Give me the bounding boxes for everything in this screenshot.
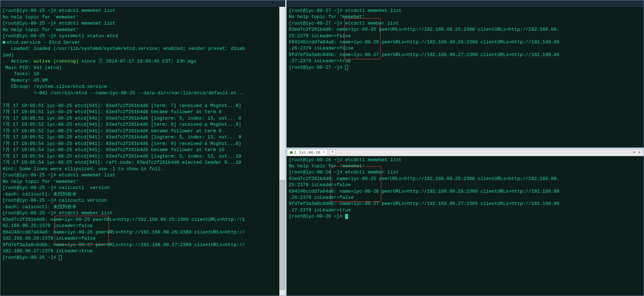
terminal-line: 92.168.80.25:2379 isLeader=false <box>3 223 283 229</box>
terminal-line: [root@lyc-80-25 ~]# etcdctl memebet list <box>3 20 283 27</box>
chevron-left-icon[interactable]: ◄ <box>631 150 636 155</box>
terminal-line: 7月 17 19:05:54 lyc-80-25 etcd[941]: 83ed… <box>3 153 283 160</box>
cursor-icon <box>345 214 348 219</box>
terminal-line: [root@lyc-80-27 ~]# etcdctl memebet list <box>289 8 641 14</box>
terminal-line: Loaded: loaded (/usr/lib/systemd/system/… <box>3 46 283 52</box>
terminal-line: No help topic for 'memebet' <box>3 27 283 33</box>
terminal-line: [root@lyc-80-26 ~]# <box>289 213 641 219</box>
terminal-line: 7月 17 19:05:54 lyc-80-25 etcd[941]: 83ed… <box>3 147 283 153</box>
tab-lyc-80-26[interactable]: 1 lyc-80-26 × <box>287 149 328 155</box>
terminal-line: No help topic for 'memebet' <box>289 163 641 169</box>
terminal-line: 9fd7ef3a3a6c0d6b: name=lyc-80-27 peerURL… <box>289 52 641 58</box>
scrollbar-left[interactable] <box>279 7 285 296</box>
terminal-line: [root@lyc-80-27 ~]# <box>289 64 641 70</box>
terminal-line: 9fd7ef3a3a6c0d6b: name=lyc-80-27 peerURL… <box>3 242 283 248</box>
terminal-line: 694246ccdd7a04a8: name=lyc-80-26 peerURL… <box>289 188 641 194</box>
terminal-pane-lyc-80-27: [root@lyc-80-27 ~]# etcdctl memebet list… <box>286 0 644 148</box>
terminal-line: └─941 /usr/bin/etcd --name=lyc-80-25 --d… <box>3 90 283 96</box>
terminal-output-bottom-right[interactable]: [root@lyc-80-26 ~]# etcdctl memebet list… <box>287 156 644 220</box>
terminal-line <box>3 96 283 103</box>
terminal-line: 25:2379 isLeader=false <box>289 33 641 39</box>
tab-label: 1 lyc-80-26 <box>294 150 321 155</box>
titlebar-top-right <box>287 0 644 7</box>
terminal-line: No help topic for 'memebet' <box>3 179 283 185</box>
terminal-line: .27:2379 isLeader=true <box>289 207 641 213</box>
terminal-output-left[interactable]: [root@lyc-80-25 ~]# etcdctl memebet list… <box>0 7 285 261</box>
terminal-line: 7月 17 19:05:52 lyc-80-25 etcd[941]: 83ed… <box>3 134 283 141</box>
terminal-line: Hint: Some lines were ellipsized, use -l… <box>3 166 283 172</box>
terminal-line: 25:2379 isLeader=false <box>289 182 641 188</box>
terminal-line: 7月 17 19:05:54 lyc-80-25 etcd[941]: raft… <box>3 159 283 166</box>
terminal-line: Main PID: 941 (etcd) <box>3 65 283 71</box>
terminal-line: -bash: calicoctl: 未找到命令 <box>3 191 283 198</box>
status-dot-icon <box>290 151 293 154</box>
terminal-line: [root@lyc-80-26 ~]# etcdctl memebet list <box>289 157 641 163</box>
terminal-line: -bash: calicoctl: 未找到命令 <box>3 204 283 210</box>
terminal-line: 7月 17 19:05:52 lyc-80-25 etcd[941]: 83ed… <box>3 128 283 134</box>
terminal-line: [root@lyc-80-25 ~]# etcdctl memebet list <box>3 172 283 179</box>
terminal-line: 192.168.80.27:2379 isLeader=true <box>3 248 283 254</box>
terminal-line: 7月 17 19:05:52 lyc-80-25 etcd[941]: 83ed… <box>3 121 283 128</box>
terminal-line: Memory: 45.9M <box>3 77 283 84</box>
terminal-line: 7月 17 19:05:51 lyc-80-25 etcd[941]: 83ed… <box>3 109 283 115</box>
service-dot-icon <box>3 41 5 44</box>
terminal-line: 192.168.80.26:2379 isLeader=false <box>3 235 283 242</box>
cursor-icon <box>345 65 348 70</box>
tabbar-nav: ◄ ► <box>631 150 644 155</box>
terminal-line: [root@lyc-80-26 ~]# etcdctl member list <box>289 169 641 175</box>
terminal-line: 83ed7c2f261b4d6: name=lyc-80-25 peerURLs… <box>289 176 641 182</box>
close-icon[interactable]: × <box>323 150 325 155</box>
titlebar-left <box>0 0 285 7</box>
terminal-line: No help topic for 'memebet' <box>3 14 283 21</box>
terminal-line: [root@lyc-80-27 ~]# etcdctl member list <box>289 20 641 26</box>
terminal-line: 694246ccdd7a04a8: name=lyc-80-26 peerURL… <box>289 39 641 45</box>
terminal-pane-lyc-80-26: 1 lyc-80-26 × + ◄ ► [root@lyc-80-26 ~]# … <box>286 149 644 296</box>
terminal-line: 7月 17 19:05:51 lyc-80-25 etcd[941]: 83ed… <box>3 103 283 109</box>
terminal-pane-lyc-80-25: [root@lyc-80-25 ~]# etcdctl memebet list… <box>0 0 285 296</box>
terminal-line: .26:2379 isLeader=false <box>289 194 641 201</box>
scrollbar-thumb[interactable] <box>280 180 285 290</box>
terminal-line: [root@lyc-80-25 ~]# calicoctl version <box>3 185 283 191</box>
terminal-line: [root@lyc-80-25 ~]# <box>3 254 283 261</box>
terminal-line: Tasks: 10 <box>3 71 283 77</box>
terminal-line: .27:2379 isLeader=true <box>289 58 641 64</box>
terminal-line: [root@lyc-80-25 ~]# etcdctl member list <box>3 210 283 216</box>
terminal-line: [root@lyc-80-25 ~]# calicoctl version <box>3 197 283 204</box>
terminal-line: 7月 17 19:05:51 lyc-80-25 etcd[941]: 83ed… <box>3 115 283 122</box>
terminal-line: 83ed7c2f261b4d6: name=lyc-80-25 peerURLs… <box>3 216 283 223</box>
terminal-output-top-right[interactable]: [root@lyc-80-27 ~]# etcdctl memebet list… <box>287 7 644 71</box>
terminal-line: 7月 17 19:05:54 lyc-80-25 etcd[941]: 83ed… <box>3 141 283 147</box>
terminal-line: etcd.service - Etcd Server <box>3 39 283 46</box>
terminal-line: [root@lyc-80-25 ~]# systemctl status etc… <box>3 33 283 39</box>
terminal-line: 9fd7ef3a3a6c0d6b: name=lyc-80-27 peerURL… <box>289 201 641 207</box>
terminal-line: 83ed7c2f261b4d6: name=lyc-80-25 peerURLs… <box>289 26 641 33</box>
terminal-line: led) <box>3 52 283 59</box>
chevron-right-icon[interactable]: ► <box>637 150 642 155</box>
cursor-icon <box>59 255 62 260</box>
terminal-line: [root@lyc-80-25 ~]# etcdctl memebet list <box>3 8 283 14</box>
terminal-line: .26:2379 isLeader=false <box>289 45 641 51</box>
tabbar: 1 lyc-80-26 × + ◄ ► <box>287 149 644 156</box>
terminal-line: 694246ccdd7a04a8: name=lyc-80-26 peerURL… <box>3 229 283 236</box>
terminal-line: Active: active (running) since 三 2024-07… <box>3 58 283 65</box>
terminal-line: CGroup: /system.slice/etcd.service <box>3 83 283 90</box>
add-tab-button[interactable]: + <box>329 149 336 155</box>
terminal-line: No help topic for 'memebet' <box>289 14 641 20</box>
